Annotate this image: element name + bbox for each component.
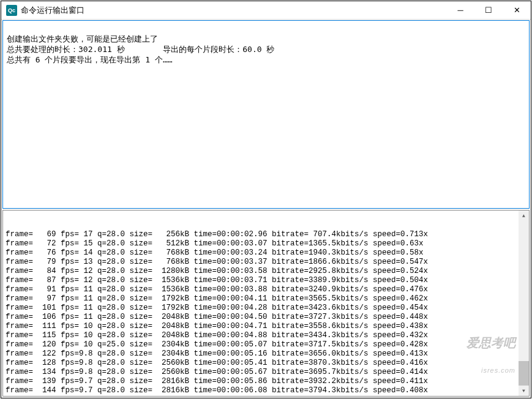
ffmpeg-log-line: frame= 144 fps=9.7 q=28.0 size= 2816kB t…	[6, 386, 526, 395]
titlebar: Qc 命令运行输出窗口 ─ ☐ ✕	[1, 1, 531, 20]
app-icon: Qc	[6, 5, 17, 16]
ffmpeg-log-line: frame= 149 fps=9.7 q=28.0 size= 3072kB t…	[6, 395, 526, 397]
ffmpeg-log-line: frame= 87 fps= 12 q=28.0 size= 1536kB ti…	[6, 276, 526, 285]
close-button[interactable]: ✕	[503, 1, 531, 19]
ffmpeg-log-line: frame= 106 fps= 11 q=28.0 size= 2048kB t…	[6, 313, 526, 322]
minimize-button[interactable]: ─	[446, 1, 474, 19]
ffmpeg-log-line: frame= 79 fps= 13 q=28.0 size= 768kB tim…	[6, 258, 526, 267]
ffmpeg-log-line: frame= 134 fps=9.8 q=28.0 size= 2560kB t…	[6, 368, 526, 377]
ffmpeg-log-line: frame= 76 fps= 14 q=28.0 size= 768kB tim…	[6, 248, 526, 258]
status-line: 总共有 6 个片段要导出，现在导出第 1 个……	[7, 55, 173, 64]
status-output-pane[interactable]: 创建输出文件夹失败，可能是已经创建上了 总共要处理的时长：302.011 秒 导…	[2, 20, 530, 209]
status-line: 总共要处理的时长：302.011 秒 导出的每个片段时长：60.0 秒	[7, 45, 274, 54]
ffmpeg-output-pane[interactable]: frame= 69 fps= 17 q=28.0 size= 256kB tim…	[2, 210, 530, 397]
window-title: 命令运行输出窗口	[21, 5, 446, 16]
scroll-thumb[interactable]	[519, 361, 529, 386]
content-area: 创建输出文件夹失败，可能是已经创建上了 总共要处理的时长：302.011 秒 导…	[1, 20, 531, 398]
ffmpeg-log-line: frame= 91 fps= 11 q=28.0 size= 1536kB ti…	[6, 285, 526, 294]
ffmpeg-log-line: frame= 128 fps=9.8 q=28.0 size= 2560kB t…	[6, 359, 526, 368]
vertical-scrollbar[interactable]: ▲ ▼	[519, 211, 529, 396]
scroll-down-button[interactable]: ▼	[519, 386, 529, 396]
ffmpeg-log-line: frame= 139 fps=9.7 q=28.0 size= 2816kB t…	[6, 377, 526, 386]
ffmpeg-log-line: frame= 122 fps=9.8 q=28.0 size= 2304kB t…	[6, 349, 526, 359]
ffmpeg-log-line: frame= 111 fps= 10 q=28.0 size= 2048kB t…	[6, 322, 526, 331]
window-controls: ─ ☐ ✕	[446, 1, 531, 19]
app-window: Qc 命令运行输出窗口 ─ ☐ ✕ 创建输出文件夹失败，可能是已经创建上了 总共…	[1, 1, 531, 398]
maximize-button[interactable]: ☐	[474, 1, 503, 19]
scroll-up-button[interactable]: ▲	[519, 211, 529, 221]
ffmpeg-log-line: frame= 120 fps= 10 q=25.0 size= 2304kB t…	[6, 340, 526, 349]
ffmpeg-log-line: frame= 69 fps= 17 q=28.0 size= 256kB tim…	[6, 230, 526, 239]
ffmpeg-log-line: frame= 84 fps= 12 q=28.0 size= 1280kB ti…	[6, 267, 526, 276]
ffmpeg-log-line: frame= 115 fps= 10 q=28.0 size= 2048kB t…	[6, 331, 526, 340]
ffmpeg-log-line: frame= 72 fps= 15 q=28.0 size= 512kB tim…	[6, 239, 526, 248]
ffmpeg-log-line: frame= 97 fps= 11 q=28.0 size= 1792kB ti…	[6, 294, 526, 304]
scroll-track[interactable]	[519, 221, 529, 386]
status-line: 创建输出文件夹失败，可能是已经创建上了	[7, 34, 158, 43]
ffmpeg-log-line: frame= 101 fps= 11 q=28.0 size= 1792kB t…	[6, 304, 526, 313]
